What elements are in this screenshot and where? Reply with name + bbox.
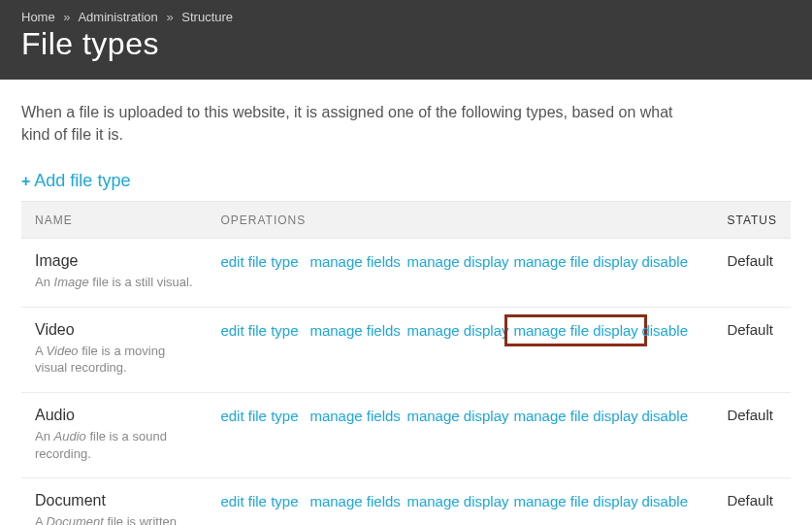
manage-display-link[interactable]: manage display — [406, 252, 513, 272]
file-type-name: Document — [35, 492, 193, 509]
file-type-desc: An Image file is a still visual. — [35, 274, 193, 291]
breadcrumb-structure[interactable]: Structure — [181, 10, 233, 24]
operations-cell: edit file typemanage fieldsmanage displa… — [207, 239, 713, 308]
page-header: Home » Administration » Structure File t… — [0, 0, 812, 80]
manage-fields-link[interactable]: manage fields — [309, 492, 406, 511]
add-file-type-link[interactable]: + Add file type — [21, 171, 130, 191]
file-type-desc: An Audio file is a sound recording. — [35, 428, 193, 462]
breadcrumb-administration[interactable]: Administration — [78, 10, 157, 24]
name-cell: AudioAn Audio file is a sound recording. — [21, 393, 207, 478]
file-type-desc: A Video file is a moving visual recordin… — [35, 343, 193, 377]
manage-fields-link[interactable]: manage fields — [309, 407, 406, 426]
edit-file-type-link[interactable]: edit file type — [220, 492, 309, 511]
breadcrumb-sep: » — [166, 10, 173, 24]
edit-file-type-link[interactable]: edit file type — [220, 407, 309, 426]
operations-cell: edit file typemanage fieldsmanage displa… — [207, 307, 713, 392]
manage-file-display-link[interactable]: manage file display — [513, 321, 637, 341]
file-type-name: Image — [35, 252, 193, 270]
manage-display-link[interactable]: manage display — [406, 407, 513, 426]
table-row: DocumentA Document file is written infor… — [21, 478, 791, 525]
content-region: When a file is uploaded to this website,… — [0, 80, 812, 525]
manage-fields-link[interactable]: manage fields — [309, 321, 406, 341]
name-cell: VideoA Video file is a moving visual rec… — [21, 307, 207, 392]
edit-file-type-link[interactable]: edit file type — [220, 252, 309, 272]
manage-file-display-link[interactable]: manage file display — [513, 252, 641, 272]
table-row: AudioAn Audio file is a sound recording.… — [21, 393, 791, 478]
table-row: VideoA Video file is a moving visual rec… — [21, 307, 791, 392]
file-type-name: Audio — [35, 407, 193, 424]
breadcrumb: Home » Administration » Structure — [21, 10, 791, 24]
breadcrumb-sep: » — [63, 10, 70, 24]
name-cell: DocumentA Document file is written infor… — [21, 478, 207, 525]
th-operations: OPERATIONS — [207, 202, 713, 239]
status-cell: Default — [713, 478, 791, 525]
highlighted-op: manage file display — [504, 314, 646, 347]
status-cell: Default — [713, 307, 791, 392]
add-link-label: Add file type — [34, 171, 130, 191]
status-cell: Default — [713, 239, 791, 308]
manage-display-link[interactable]: manage display — [406, 492, 513, 511]
manage-fields-link[interactable]: manage fields — [309, 252, 406, 272]
manage-file-display-link[interactable]: manage file display — [513, 492, 641, 511]
name-cell: ImageAn Image file is a still visual. — [21, 239, 207, 308]
th-name: NAME — [21, 202, 207, 239]
disable-link[interactable]: disable — [641, 321, 699, 341]
file-type-name: Video — [35, 321, 193, 339]
manage-file-display-link[interactable]: manage file display — [513, 407, 641, 426]
manage-display-link[interactable]: manage display — [406, 321, 513, 341]
edit-file-type-link[interactable]: edit file type — [220, 321, 309, 341]
file-types-table: NAME OPERATIONS STATUS ImageAn Image fil… — [21, 201, 791, 525]
plus-icon: + — [21, 173, 30, 190]
intro-text: When a file is uploaded to this website,… — [21, 101, 681, 146]
breadcrumb-home[interactable]: Home — [21, 10, 55, 24]
disable-link[interactable]: disable — [641, 407, 699, 426]
status-cell: Default — [713, 393, 791, 478]
disable-link[interactable]: disable — [641, 252, 699, 272]
operations-cell: edit file typemanage fieldsmanage displa… — [207, 393, 713, 478]
file-type-desc: A Document file is written information. — [35, 513, 193, 525]
th-status: STATUS — [713, 202, 791, 239]
table-row: ImageAn Image file is a still visual.edi… — [21, 239, 791, 308]
operations-cell: edit file typemanage fieldsmanage displa… — [207, 478, 713, 525]
disable-link[interactable]: disable — [641, 492, 699, 511]
page-title: File types — [21, 26, 791, 62]
